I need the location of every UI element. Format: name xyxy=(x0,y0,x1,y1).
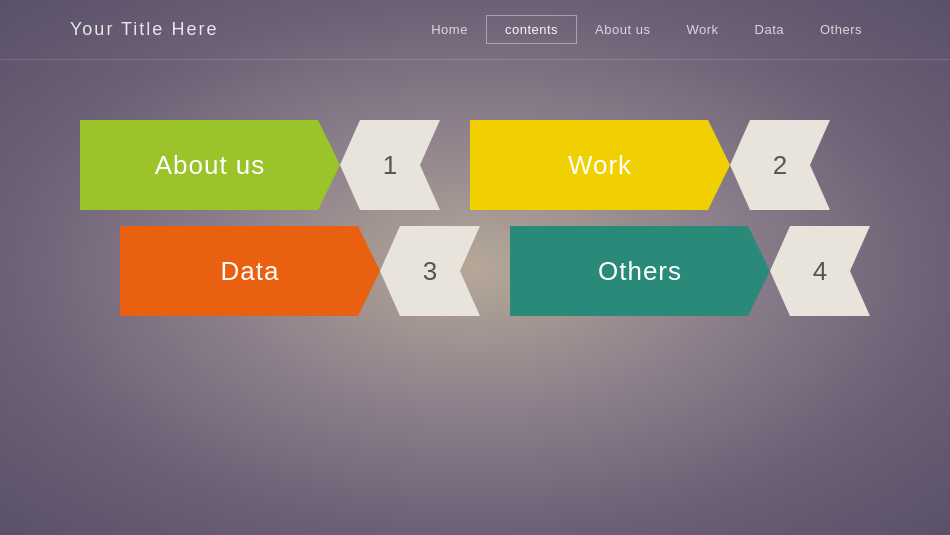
nav-home[interactable]: Home xyxy=(413,16,486,43)
others-label: Others xyxy=(510,226,770,316)
navigation: Home contents About us Work Data Others xyxy=(413,15,880,44)
nav-work[interactable]: Work xyxy=(668,16,736,43)
content-row-2: Data 3 Others 4 xyxy=(120,226,870,316)
data-block[interactable]: Data 3 xyxy=(120,226,480,316)
site-title: Your Title Here xyxy=(70,19,218,40)
others-number: 4 xyxy=(770,226,870,316)
about-label: About us xyxy=(80,120,340,210)
data-label: Data xyxy=(120,226,380,316)
about-number: 1 xyxy=(340,120,440,210)
nav-data[interactable]: Data xyxy=(737,16,802,43)
main-content: About us 1 Work 2 Data 3 Others 4 xyxy=(0,120,950,316)
others-block[interactable]: Others 4 xyxy=(510,226,870,316)
nav-about[interactable]: About us xyxy=(577,16,668,43)
header: Your Title Here Home contents About us W… xyxy=(0,0,950,60)
content-row-1: About us 1 Work 2 xyxy=(80,120,830,210)
work-number: 2 xyxy=(730,120,830,210)
work-label: Work xyxy=(470,120,730,210)
data-number: 3 xyxy=(380,226,480,316)
work-block[interactable]: Work 2 xyxy=(470,120,830,210)
nav-others[interactable]: Others xyxy=(802,16,880,43)
nav-contents[interactable]: contents xyxy=(486,15,577,44)
about-block[interactable]: About us 1 xyxy=(80,120,440,210)
